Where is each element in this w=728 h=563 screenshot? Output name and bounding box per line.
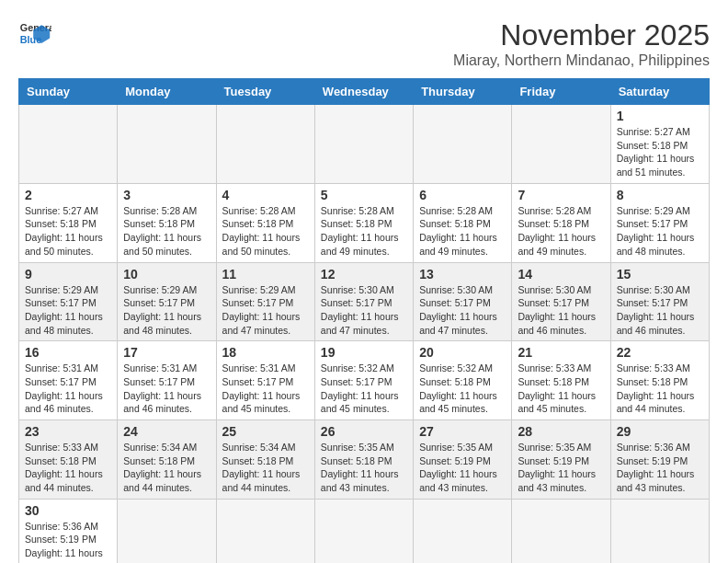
day-info: Sunrise: 5:33 AM Sunset: 5:18 PM Dayligh… [25, 441, 111, 495]
weekday-header-monday: Monday [118, 79, 216, 105]
calendar-cell: 10Sunrise: 5:29 AM Sunset: 5:17 PM Dayli… [118, 262, 216, 341]
calendar-cell: 19Sunrise: 5:32 AM Sunset: 5:17 PM Dayli… [314, 341, 413, 420]
day-number: 4 [222, 188, 309, 202]
calendar-week-row-3: 9Sunrise: 5:29 AM Sunset: 5:17 PM Daylig… [19, 262, 710, 341]
day-info: Sunrise: 5:36 AM Sunset: 5:19 PM Dayligh… [617, 441, 703, 495]
day-info: Sunrise: 5:29 AM Sunset: 5:17 PM Dayligh… [25, 283, 111, 338]
calendar-cell [118, 499, 216, 563]
calendar-cell: 17Sunrise: 5:31 AM Sunset: 5:17 PM Dayli… [118, 341, 216, 420]
day-info: Sunrise: 5:30 AM Sunset: 5:17 PM Dayligh… [321, 283, 407, 338]
calendar-cell: 30Sunrise: 5:36 AM Sunset: 5:19 PM Dayli… [19, 499, 118, 563]
calendar-cell [512, 499, 610, 563]
day-number: 19 [321, 345, 407, 360]
day-number: 6 [419, 188, 506, 202]
calendar-cell: 12Sunrise: 5:30 AM Sunset: 5:17 PM Dayli… [314, 262, 413, 341]
day-info: Sunrise: 5:31 AM Sunset: 5:17 PM Dayligh… [123, 362, 210, 416]
day-number: 3 [123, 188, 210, 202]
calendar-cell [118, 105, 216, 184]
day-info: Sunrise: 5:30 AM Sunset: 5:17 PM Dayligh… [617, 283, 703, 338]
calendar-cell: 29Sunrise: 5:36 AM Sunset: 5:19 PM Dayli… [610, 420, 709, 500]
calendar-cell: 22Sunrise: 5:33 AM Sunset: 5:18 PM Dayli… [610, 341, 709, 420]
calendar-cell [19, 105, 118, 184]
calendar-cell [314, 105, 413, 184]
day-number: 2 [25, 188, 111, 202]
calendar-table: SundayMondayTuesdayWednesdayThursdayFrid… [18, 78, 710, 563]
day-info: Sunrise: 5:28 AM Sunset: 5:18 PM Dayligh… [419, 204, 506, 259]
weekday-header-thursday: Thursday [414, 79, 512, 105]
day-number: 29 [617, 424, 703, 439]
calendar-cell: 25Sunrise: 5:34 AM Sunset: 5:18 PM Dayli… [216, 420, 314, 500]
calendar-cell [414, 499, 512, 563]
day-info: Sunrise: 5:29 AM Sunset: 5:17 PM Dayligh… [123, 283, 210, 338]
logo: General Blue [18, 18, 51, 52]
calendar-cell [414, 105, 512, 184]
day-info: Sunrise: 5:34 AM Sunset: 5:18 PM Dayligh… [222, 441, 309, 495]
calendar-week-row-1: 1Sunrise: 5:27 AM Sunset: 5:18 PM Daylig… [19, 105, 710, 184]
day-info: Sunrise: 5:28 AM Sunset: 5:18 PM Dayligh… [518, 204, 604, 259]
day-number: 11 [222, 267, 309, 282]
day-number: 12 [321, 267, 407, 282]
day-number: 25 [222, 424, 309, 439]
day-number: 16 [25, 345, 111, 360]
calendar-cell [216, 499, 314, 563]
day-number: 30 [25, 503, 111, 518]
day-info: Sunrise: 5:27 AM Sunset: 5:18 PM Dayligh… [25, 204, 111, 259]
calendar-cell: 9Sunrise: 5:29 AM Sunset: 5:17 PM Daylig… [19, 262, 118, 341]
day-info: Sunrise: 5:31 AM Sunset: 5:17 PM Dayligh… [222, 362, 309, 416]
day-info: Sunrise: 5:32 AM Sunset: 5:18 PM Dayligh… [419, 362, 506, 416]
calendar-cell: 20Sunrise: 5:32 AM Sunset: 5:18 PM Dayli… [414, 341, 512, 420]
calendar-week-row-4: 16Sunrise: 5:31 AM Sunset: 5:17 PM Dayli… [19, 341, 710, 420]
day-info: Sunrise: 5:35 AM Sunset: 5:19 PM Dayligh… [419, 441, 506, 495]
calendar-cell: 1Sunrise: 5:27 AM Sunset: 5:18 PM Daylig… [610, 105, 709, 184]
calendar-cell: 14Sunrise: 5:30 AM Sunset: 5:17 PM Dayli… [512, 262, 610, 341]
day-info: Sunrise: 5:32 AM Sunset: 5:17 PM Dayligh… [321, 362, 407, 416]
day-info: Sunrise: 5:28 AM Sunset: 5:18 PM Dayligh… [123, 204, 210, 259]
weekday-header-sunday: Sunday [19, 79, 118, 105]
calendar-cell: 24Sunrise: 5:34 AM Sunset: 5:18 PM Dayli… [118, 420, 216, 500]
day-info: Sunrise: 5:35 AM Sunset: 5:18 PM Dayligh… [321, 441, 407, 495]
day-info: Sunrise: 5:30 AM Sunset: 5:17 PM Dayligh… [419, 283, 506, 338]
day-number: 1 [617, 109, 703, 123]
day-info: Sunrise: 5:28 AM Sunset: 5:18 PM Dayligh… [222, 204, 309, 259]
day-number: 23 [25, 424, 111, 439]
calendar-cell: 18Sunrise: 5:31 AM Sunset: 5:17 PM Dayli… [216, 341, 314, 420]
calendar-cell: 8Sunrise: 5:29 AM Sunset: 5:17 PM Daylig… [610, 183, 709, 262]
day-number: 8 [617, 188, 703, 202]
calendar-cell: 5Sunrise: 5:28 AM Sunset: 5:18 PM Daylig… [314, 183, 413, 262]
day-number: 15 [617, 267, 703, 282]
day-number: 27 [419, 424, 506, 439]
day-info: Sunrise: 5:34 AM Sunset: 5:18 PM Dayligh… [123, 441, 210, 495]
calendar-cell: 27Sunrise: 5:35 AM Sunset: 5:19 PM Dayli… [414, 420, 512, 500]
day-info: Sunrise: 5:28 AM Sunset: 5:18 PM Dayligh… [321, 204, 407, 259]
calendar-cell: 7Sunrise: 5:28 AM Sunset: 5:18 PM Daylig… [512, 183, 610, 262]
day-number: 28 [518, 424, 604, 439]
day-info: Sunrise: 5:35 AM Sunset: 5:19 PM Dayligh… [518, 441, 604, 495]
day-number: 24 [123, 424, 210, 439]
calendar-cell: 11Sunrise: 5:29 AM Sunset: 5:17 PM Dayli… [216, 262, 314, 341]
day-number: 7 [518, 188, 604, 202]
weekday-header-friday: Friday [512, 79, 610, 105]
weekday-header-saturday: Saturday [610, 79, 709, 105]
calendar-cell: 15Sunrise: 5:30 AM Sunset: 5:17 PM Dayli… [610, 262, 709, 341]
weekday-header-wednesday: Wednesday [314, 79, 413, 105]
calendar-cell [216, 105, 314, 184]
day-number: 17 [123, 345, 210, 360]
calendar-cell [512, 105, 610, 184]
day-number: 26 [321, 424, 407, 439]
calendar-cell: 28Sunrise: 5:35 AM Sunset: 5:19 PM Dayli… [512, 420, 610, 500]
calendar-cell: 13Sunrise: 5:30 AM Sunset: 5:17 PM Dayli… [414, 262, 512, 341]
day-info: Sunrise: 5:31 AM Sunset: 5:17 PM Dayligh… [25, 362, 111, 416]
calendar-cell: 3Sunrise: 5:28 AM Sunset: 5:18 PM Daylig… [118, 183, 216, 262]
day-number: 13 [419, 267, 506, 282]
title-area: November 2025 Miaray, Northern Mindanao,… [453, 18, 710, 69]
day-info: Sunrise: 5:33 AM Sunset: 5:18 PM Dayligh… [617, 362, 703, 416]
calendar-cell: 16Sunrise: 5:31 AM Sunset: 5:17 PM Dayli… [19, 341, 118, 420]
calendar-week-row-2: 2Sunrise: 5:27 AM Sunset: 5:18 PM Daylig… [19, 183, 710, 262]
day-info: Sunrise: 5:30 AM Sunset: 5:17 PM Dayligh… [518, 283, 604, 338]
day-info: Sunrise: 5:33 AM Sunset: 5:18 PM Dayligh… [518, 362, 604, 416]
day-info: Sunrise: 5:36 AM Sunset: 5:19 PM Dayligh… [25, 520, 111, 563]
day-number: 20 [419, 345, 506, 360]
calendar-cell: 23Sunrise: 5:33 AM Sunset: 5:18 PM Dayli… [19, 420, 118, 500]
calendar-cell: 21Sunrise: 5:33 AM Sunset: 5:18 PM Dayli… [512, 341, 610, 420]
page-header: General Blue November 2025 Miaray, North… [18, 18, 710, 69]
